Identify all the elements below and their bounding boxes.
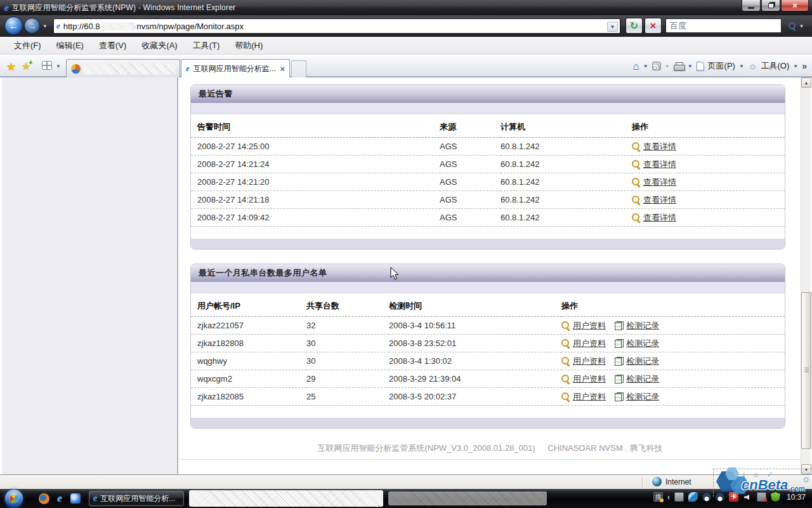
page-dropdown-icon[interactable]: ▼ (739, 64, 744, 69)
search-button[interactable]: ▼ (784, 20, 808, 32)
tab-close-icon[interactable]: × (280, 64, 285, 74)
stop-button[interactable]: × (645, 18, 662, 34)
menu-help[interactable]: 帮助(H) (227, 37, 270, 54)
watermark-gear-icon: ☼ (801, 473, 811, 485)
search-dropdown-icon[interactable]: ▼ (799, 23, 804, 29)
taskbar-window-button[interactable]: e 互联网应用智能分析... (89, 491, 184, 506)
panel-substrip (191, 282, 785, 293)
scroll-up-icon[interactable]: ▲ (801, 77, 811, 88)
print-icon[interactable] (674, 62, 684, 70)
search-input[interactable] (666, 19, 781, 32)
tray-expand-icon[interactable]: ‹ (667, 493, 670, 502)
detect-records-link[interactable]: 检测记录 (626, 356, 659, 366)
browser-viewport: 最近告警 告警时间 来源 计算机 操作 2008-2-27 (0, 77, 812, 474)
col-computer: 计算机 (501, 114, 632, 138)
tools-dropdown-icon[interactable]: ▼ (793, 64, 798, 69)
quick-tabs-icon[interactable] (42, 61, 52, 70)
menu-favorites[interactable]: 收藏夹(A) (134, 37, 185, 54)
vertical-scrollbar[interactable]: ▲ ▼ (801, 77, 811, 474)
tab-active-monitor[interactable]: e 互联网应用智能分析监... × (181, 59, 290, 77)
menu-view[interactable]: 查看(V) (91, 37, 134, 54)
quicklaunch-app-icon[interactable] (70, 493, 81, 504)
user-profile-link[interactable]: 用户资料 (573, 392, 606, 401)
menu-file[interactable]: 文件(F) (6, 37, 49, 54)
quick-tabs-dropdown-icon[interactable]: ▼ (56, 64, 61, 69)
page-menu-label[interactable]: 页面(P) (708, 60, 735, 72)
history-dropdown-icon[interactable]: ▼ (43, 23, 48, 29)
tools-menu-label[interactable]: 工具(O) (761, 60, 790, 72)
more-toolbar-icon[interactable]: » (802, 61, 807, 71)
stop-icon: × (650, 21, 656, 31)
address-bar[interactable]: e http://60.8nvsm/npw/page/Monitor.aspx … (53, 18, 620, 34)
scrollbar-thumb[interactable] (801, 292, 811, 449)
detect-time: 2008-3-5 20:02:37 (389, 388, 561, 406)
qq-tray-icon[interactable] (702, 492, 711, 502)
menu-edit[interactable]: 编辑(E) (49, 37, 91, 54)
home-icon[interactable]: ⌂ (633, 61, 639, 72)
tray-app-icon[interactable] (688, 492, 698, 502)
alert-computer: 60.8.1.242 (501, 138, 632, 156)
view-detail-link[interactable]: 查看详情 (643, 142, 676, 151)
user-profile-link[interactable]: 用户资料 (573, 374, 606, 384)
alert-computer: 60.8.1.242 (501, 209, 632, 227)
quicklaunch-firefox-icon[interactable] (38, 493, 49, 504)
new-tab-stub[interactable] (291, 60, 306, 77)
mouse-cursor (390, 267, 400, 281)
tab2-favicon: e (186, 64, 190, 73)
url-text: http://60.8nvsm/npw/page/Monitor.aspx (63, 22, 244, 31)
add-favorite-icon[interactable]: ★ (22, 60, 30, 72)
search-box[interactable] (665, 18, 782, 33)
start-button[interactable] (5, 490, 23, 507)
restore-button[interactable] (761, 0, 780, 11)
user-profile-link[interactable]: 用户资料 (573, 356, 606, 366)
detect-records-link[interactable]: 检测记录 (626, 374, 659, 384)
detect-records-link[interactable]: 检测记录 (626, 392, 659, 401)
feeds-icon[interactable] (652, 62, 661, 70)
ime-tray-icon[interactable]: 搜 (653, 492, 663, 502)
view-detail-link[interactable]: 查看详情 (643, 159, 676, 169)
minimize-button[interactable] (742, 0, 761, 11)
quicklaunch-ie-icon[interactable]: e (54, 493, 65, 504)
forward-button[interactable]: → (24, 18, 40, 34)
close-icon: × (792, 1, 797, 10)
user-account: zjkaz182085 (191, 388, 306, 406)
table-row: wqghwy 30 2008-3-4 1:30:02 用户资料检测记录 (191, 352, 785, 370)
view-detail-link[interactable]: 查看详情 (643, 213, 676, 222)
view-detail-link[interactable]: 查看详情 (643, 195, 676, 204)
detect-records-link[interactable]: 检测记录 (626, 338, 659, 348)
col-operation: 操作 (632, 114, 785, 138)
close-button[interactable]: × (781, 0, 809, 11)
address-dropdown-icon[interactable]: ▼ (607, 22, 618, 32)
table-row: 2008-2-27 14:21:20 AGS 60.8.1.242 查看详情 (191, 173, 785, 191)
security-zone: Internet (652, 477, 691, 486)
home-dropdown-icon[interactable]: ▼ (643, 64, 648, 69)
alert-time: 2008-2-27 14:21:24 (191, 156, 440, 173)
print-dropdown-icon[interactable]: ▼ (688, 64, 693, 69)
tray-monitor-icon[interactable] (674, 492, 684, 502)
col-share-count: 共享台数 (306, 293, 389, 317)
refresh-button[interactable]: ↻ (625, 18, 643, 34)
tab-censored[interactable] (66, 59, 180, 77)
ie-task-icon: e (93, 494, 97, 503)
share-count: 32 (306, 317, 389, 335)
panel-footer-strip (191, 239, 785, 249)
tab1-favicon (71, 64, 81, 74)
internet-zone-icon (652, 477, 662, 486)
view-detail-link[interactable]: 查看详情 (643, 177, 676, 187)
table-row: 2008-2-27 14:21:18 AGS 60.8.1.242 查看详情 (191, 191, 785, 209)
page-menu-icon[interactable] (697, 62, 704, 71)
favorites-center-icon[interactable]: ★ (6, 60, 16, 74)
back-button[interactable]: ← (4, 17, 23, 35)
alert-source: AGS (440, 138, 501, 156)
alert-time: 2008-2-27 14:21:18 (191, 191, 440, 209)
user-profile-link[interactable]: 用户资料 (573, 321, 606, 330)
user-profile-link[interactable]: 用户资料 (573, 338, 606, 348)
view-detail-icon (632, 213, 641, 222)
detect-records-link[interactable]: 检测记录 (626, 321, 659, 330)
ie-logo-icon: e (4, 3, 9, 12)
gear-icon[interactable]: ☼ (748, 61, 757, 71)
alert-computer: 60.8.1.242 (501, 173, 632, 191)
col-detect-time: 检测时间 (389, 293, 561, 317)
page-favicon: e (56, 22, 60, 30)
menu-tools[interactable]: 工具(T) (185, 37, 228, 54)
